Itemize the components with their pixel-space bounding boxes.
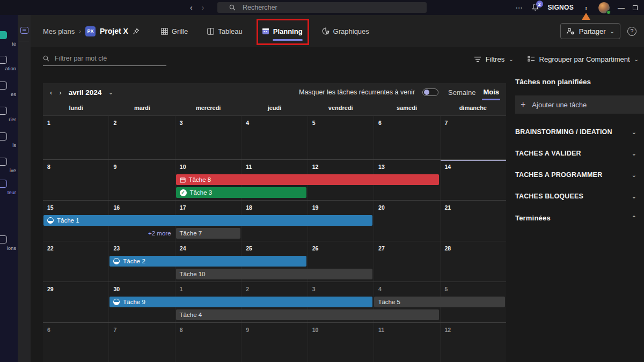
back-icon[interactable]: ‹ <box>190 4 193 11</box>
group-by-button[interactable]: Regrouper par Compartiment ⌄ <box>528 55 639 63</box>
chevron-down-icon: ⌄ <box>509 56 513 62</box>
tab-graphiques[interactable]: Graphiques <box>322 21 369 41</box>
chevron-down-icon[interactable]: ⌄ <box>632 129 636 136</box>
task-bar[interactable]: Tâche 1 <box>43 215 372 226</box>
calendar-day-cell[interactable]: 6 <box>374 116 440 159</box>
calendar-day-cell[interactable]: 21 <box>440 201 506 241</box>
forward-icon[interactable]: › <box>202 4 204 11</box>
calendar-day-cell[interactable]: 7 <box>440 116 506 159</box>
add-task-button[interactable]: + Ajouter une tâche <box>515 95 644 114</box>
task-bar[interactable]: ✓Tâche 3 <box>176 187 307 198</box>
calendar-day-cell[interactable]: 10 <box>308 323 374 362</box>
weekday-mardi: mardi <box>109 101 175 115</box>
minimize-icon[interactable]: — <box>618 4 625 12</box>
task-bar[interactable]: Tâche 5 <box>374 297 505 307</box>
next-month-icon[interactable]: › <box>59 88 61 97</box>
calendar-day-cell[interactable]: 7 <box>108 323 174 362</box>
previous-month-icon[interactable]: ‹ <box>50 88 52 97</box>
rail-item-ation[interactable]: ation <box>0 56 18 71</box>
month-label[interactable]: avril 2024 <box>69 88 102 97</box>
chevron-down-icon[interactable]: ⌄ <box>632 193 636 200</box>
week-view-button[interactable]: Semaine <box>448 88 475 97</box>
share-button[interactable]: Partager ⌄ <box>560 23 620 39</box>
calendar-day-cell[interactable]: 8 <box>175 323 241 362</box>
bucket-taches-a-programmer[interactable]: TACHES A PROGRAMMER⌄ <box>515 164 644 186</box>
rail-item-teur[interactable]: teur <box>0 180 18 195</box>
rail-item-es[interactable]: es <box>0 82 18 97</box>
maximize-icon[interactable] <box>633 5 638 10</box>
unplanned-tasks-panel: Tâches non planifiées + Ajouter une tâch… <box>506 71 644 362</box>
task-bar[interactable]: Tâche 8 <box>176 174 439 185</box>
avatar[interactable] <box>598 2 610 13</box>
notifications-button[interactable]: 2 <box>531 3 540 12</box>
calendar-day-cell[interactable]: 27 <box>374 241 440 282</box>
pin-icon[interactable] <box>133 28 140 35</box>
calendar-day-cell[interactable]: 8 <box>43 160 108 200</box>
search-input[interactable]: Rechercher <box>217 2 427 13</box>
bucket-taches-a-valider[interactable]: TACHES A VALIDER⌄ <box>515 143 644 164</box>
more-tasks-link[interactable]: +2 more <box>109 228 175 239</box>
date-number: 12 <box>312 164 374 170</box>
calendar-day-cell[interactable]: 4 <box>241 116 307 159</box>
search-icon <box>229 4 236 11</box>
date-number: 29 <box>47 286 108 292</box>
date-number: 28 <box>445 245 506 252</box>
calendar-day-cell[interactable]: 6 <box>43 323 108 362</box>
tab-label: Tableau <box>218 27 243 35</box>
calendar-day-cell[interactable]: 5 <box>308 116 374 159</box>
org-name[interactable]: SIGNOS <box>548 4 574 11</box>
toggle-knob <box>424 90 429 95</box>
task-bar[interactable]: Tâche 4 <box>176 309 439 320</box>
group-by-label: Regrouper par Compartiment <box>539 55 630 63</box>
rail-item-ions[interactable]: ions <box>0 235 18 251</box>
calendar-day-cell[interactable]: 14 <box>440 160 506 200</box>
tab-grille[interactable]: Grille <box>161 21 188 41</box>
rail-item-ls[interactable]: ls <box>0 132 18 148</box>
tab-planning[interactable]: Planning <box>262 21 303 41</box>
task-bar[interactable]: Tâche 9 <box>109 297 372 307</box>
rail-item-rier[interactable]: rier <box>0 107 18 122</box>
task-bar[interactable]: Tâche 10 <box>176 269 373 279</box>
rail-item-té[interactable]: té <box>0 31 18 47</box>
notification-badge: 2 <box>536 1 543 8</box>
collapse-panel-icon[interactable] <box>20 27 28 34</box>
warning-icon[interactable]: ! <box>582 4 590 11</box>
breadcrumb-my-plans[interactable]: Mes plans <box>43 27 75 35</box>
chevron-down-icon[interactable]: ⌄ <box>108 90 113 95</box>
calendar-day-cell[interactable]: 29 <box>43 282 108 322</box>
date-number: 9 <box>246 327 307 333</box>
task-bar[interactable]: Tâche 2 <box>109 256 306 267</box>
date-number: 7 <box>113 327 174 333</box>
calendar-toolbar: ‹ › avril 2024 ⌄ Masquer les tâches récu… <box>43 83 506 101</box>
calendar-day-cell[interactable]: 12 <box>440 323 506 362</box>
rail-item-ive[interactable]: ive <box>0 158 18 173</box>
calendar-day-cell[interactable]: 9 <box>108 160 174 200</box>
bucket-termin-es[interactable]: Terminées⌃ <box>515 207 644 228</box>
calendar-day-cell[interactable]: 2 <box>108 116 174 159</box>
active-view-underline <box>482 99 500 100</box>
chevron-down-icon[interactable]: ⌄ <box>632 172 636 179</box>
tab-tableau[interactable]: Tableau <box>207 21 243 41</box>
app-icon <box>0 180 7 188</box>
calendar-day-cell[interactable]: 28 <box>440 241 506 282</box>
calendar-day-cell[interactable]: 9 <box>241 323 307 362</box>
more-options-icon[interactable]: ⋯ <box>516 4 523 12</box>
hide-recurring-toggle[interactable] <box>422 88 438 96</box>
bucket-taches-bloquees[interactable]: TACHES BLOQUEES⌄ <box>515 186 644 207</box>
share-label: Partager <box>579 27 606 35</box>
help-button[interactable]: ? <box>627 27 636 36</box>
hide-recurring-label: Masquer les tâches récurrentes à venir <box>299 88 415 96</box>
calendar-grid: 1234567891011121314Tâche 8✓Tâche 3151617… <box>43 115 506 362</box>
chevron-down-icon[interactable]: ⌄ <box>632 150 636 157</box>
month-view-button[interactable]: Mois <box>483 88 499 97</box>
keyword-filter-input[interactable]: Filtrer par mot clé <box>43 55 166 66</box>
calendar-day-cell[interactable]: 3 <box>175 116 241 159</box>
calendar-day-cell[interactable]: 11 <box>374 323 440 362</box>
calendar-day-cell[interactable]: 1 <box>43 116 108 159</box>
calendar-day-cell[interactable]: 22 <box>43 241 108 282</box>
filters-button[interactable]: Filtres ⌄ <box>474 55 514 63</box>
task-bar[interactable]: Tâche 7 <box>176 228 240 239</box>
bucket-brainstorming-ideation[interactable]: BRAINSTORMING / IDEATION⌄ <box>515 121 644 143</box>
chevron-up-icon[interactable]: ⌃ <box>632 215 636 221</box>
calendar-day-cell[interactable]: 20 <box>374 201 440 241</box>
